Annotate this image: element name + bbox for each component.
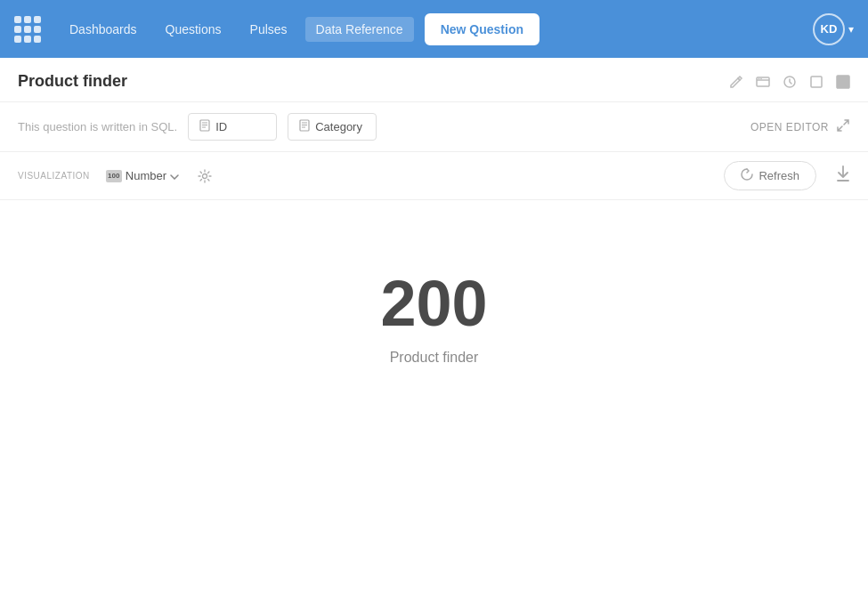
category-param[interactable]: Category (288, 113, 377, 141)
content-area: Product finder (0, 58, 868, 597)
viz-type-label: Number (126, 169, 166, 182)
viz-label: VISUALIZATION (18, 171, 90, 181)
result-area: 200 Product finder (0, 200, 868, 419)
category-param-label: Category (315, 120, 362, 133)
nav-dashboards[interactable]: Dashboards (59, 17, 148, 42)
viz-settings-button[interactable] (193, 165, 216, 188)
download-icon[interactable] (836, 165, 850, 187)
result-label: Product finder (390, 350, 479, 366)
nav-data-reference[interactable]: Data Reference (305, 17, 414, 42)
viz-number-icon: 100 (106, 170, 122, 182)
refresh-label: Refresh (758, 169, 799, 182)
result-number: 200 (380, 271, 487, 335)
svg-rect-4 (811, 77, 822, 87)
svg-rect-5 (837, 76, 849, 88)
question-header: Product finder (0, 58, 868, 102)
viz-caret-icon (170, 169, 179, 182)
share-icon[interactable] (809, 75, 823, 89)
id-param[interactable]: ID (188, 113, 277, 141)
refresh-spin-icon (741, 168, 753, 183)
sql-label: This question is written in SQL. (18, 120, 177, 133)
history-icon[interactable] (783, 75, 797, 89)
sql-row: This question is written in SQL. ID (0, 102, 868, 152)
question-title: Product finder (18, 72, 127, 91)
nav-questions[interactable]: Questions (155, 17, 232, 42)
refresh-button[interactable]: Refresh (724, 161, 816, 190)
avatar: KD (813, 13, 845, 45)
id-param-icon (199, 119, 210, 134)
open-editor-area: OPEN EDITOR (750, 118, 850, 135)
open-editor-button[interactable]: OPEN EDITOR (750, 121, 829, 133)
embed-icon[interactable] (756, 75, 770, 89)
id-param-label: ID (215, 120, 227, 133)
user-menu[interactable]: KD ▾ (813, 13, 854, 45)
svg-point-1 (758, 77, 760, 79)
nav-pulses[interactable]: Pulses (239, 17, 298, 42)
navbar: Dashboards Questions Pulses Data Referen… (0, 0, 868, 58)
bookmark-icon[interactable] (836, 75, 850, 89)
avatar-caret-icon: ▾ (848, 23, 854, 36)
svg-point-2 (760, 77, 762, 79)
category-param-icon (299, 119, 310, 134)
pencil-icon[interactable] (729, 75, 743, 89)
logo[interactable] (14, 16, 41, 43)
expand-icon[interactable] (836, 118, 850, 135)
header-icons (729, 75, 850, 89)
new-question-button[interactable]: New Question (425, 13, 539, 45)
svg-point-14 (203, 173, 207, 178)
viz-type-button[interactable]: 100 Number (101, 165, 184, 186)
viz-row: VISUALIZATION 100 Number (0, 152, 868, 200)
